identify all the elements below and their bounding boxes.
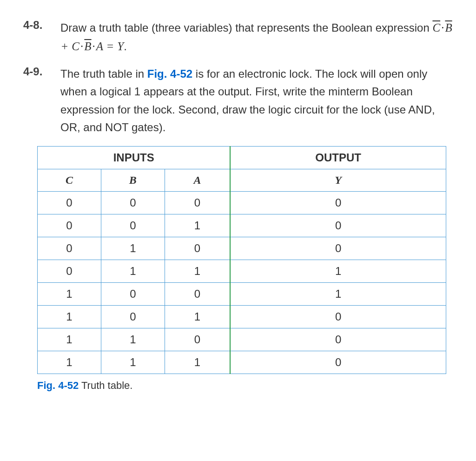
- text-a: The truth table in: [60, 67, 147, 80]
- cell-b: 1: [101, 328, 165, 351]
- cell-c: 0: [38, 191, 101, 214]
- var-b-bar: B: [445, 22, 452, 33]
- eq-op: =: [106, 40, 114, 53]
- truth-table: INPUTS OUTPUT C B A Y 0000 0010 0100 011…: [37, 146, 446, 374]
- cell-a: 1: [165, 214, 230, 237]
- cell-c: 1: [38, 351, 101, 374]
- dot-op: ·: [79, 40, 84, 53]
- cell-a: 1: [165, 351, 230, 374]
- table-row: 0111: [38, 260, 446, 282]
- cell-y: 1: [230, 282, 446, 305]
- cell-y: 1: [230, 260, 446, 282]
- table-row: 0100: [38, 237, 446, 260]
- problem-number: 4-8.: [23, 19, 60, 56]
- cell-a: 0: [165, 191, 230, 214]
- cell-y: 0: [230, 328, 446, 351]
- cell-b: 1: [101, 237, 165, 260]
- cell-b: 0: [101, 191, 165, 214]
- cell-c: 1: [38, 305, 101, 328]
- var-c-bar: C: [432, 22, 440, 33]
- problem-number: 4-9.: [23, 65, 60, 137]
- cell-y: 0: [230, 191, 446, 214]
- cell-y: 0: [230, 214, 446, 237]
- cell-b: 1: [101, 351, 165, 374]
- cell-a: 1: [165, 305, 230, 328]
- problem-4-8: 4-8. Draw a truth table (three variables…: [23, 19, 453, 56]
- cell-b: 0: [101, 282, 165, 305]
- problem-text-post: .: [124, 40, 127, 53]
- cell-y: 0: [230, 351, 446, 374]
- cell-a: 0: [165, 328, 230, 351]
- var-a: A: [96, 40, 103, 53]
- table-row: 1110: [38, 351, 446, 374]
- cell-a: 0: [165, 237, 230, 260]
- problem-4-9: 4-9. The truth table in Fig. 4-52 is for…: [23, 65, 453, 137]
- var-c: C: [72, 40, 79, 53]
- cell-y: 0: [230, 305, 446, 328]
- problem-text: Draw a truth table (three variables) tha…: [60, 19, 453, 56]
- col-a: A: [165, 169, 230, 191]
- inputs-header: INPUTS: [38, 146, 231, 169]
- table-row: 1100: [38, 328, 446, 351]
- table-row: 1010: [38, 305, 446, 328]
- table-row: 0000: [38, 191, 446, 214]
- table-row: 1001: [38, 282, 446, 305]
- figure-caption: Fig. 4-52 Truth table.: [37, 380, 453, 392]
- truth-table-body: 0000 0010 0100 0111 1001 1010 1100 1110: [38, 191, 446, 374]
- col-c: C: [38, 169, 101, 191]
- dot-op: ·: [440, 21, 445, 34]
- table-row: 0010: [38, 214, 446, 237]
- caption-fig: Fig. 4-52: [37, 380, 79, 391]
- col-b: B: [101, 169, 165, 191]
- cell-c: 0: [38, 214, 101, 237]
- col-y: Y: [230, 169, 446, 191]
- cell-b: 0: [101, 305, 165, 328]
- cell-y: 0: [230, 237, 446, 260]
- cell-c: 1: [38, 282, 101, 305]
- caption-text: Truth table.: [79, 380, 132, 391]
- var-y: Y: [117, 40, 124, 53]
- cell-b: 0: [101, 214, 165, 237]
- header-row-vars: C B A Y: [38, 169, 446, 191]
- dot-op: ·: [92, 40, 96, 53]
- cell-c: 0: [38, 260, 101, 282]
- header-row-groups: INPUTS OUTPUT: [38, 146, 446, 169]
- plus-op: +: [60, 40, 69, 53]
- cell-a: 1: [165, 260, 230, 282]
- problem-text-pre: Draw a truth table (three variables) tha…: [60, 21, 432, 34]
- problem-text: The truth table in Fig. 4-52 is for an e…: [60, 65, 453, 137]
- cell-c: 1: [38, 328, 101, 351]
- output-header: OUTPUT: [230, 146, 446, 169]
- var-b-bar: B: [84, 40, 91, 52]
- cell-c: 0: [38, 237, 101, 260]
- figure-reference: Fig. 4-52: [147, 67, 192, 80]
- cell-a: 0: [165, 282, 230, 305]
- cell-b: 1: [101, 260, 165, 282]
